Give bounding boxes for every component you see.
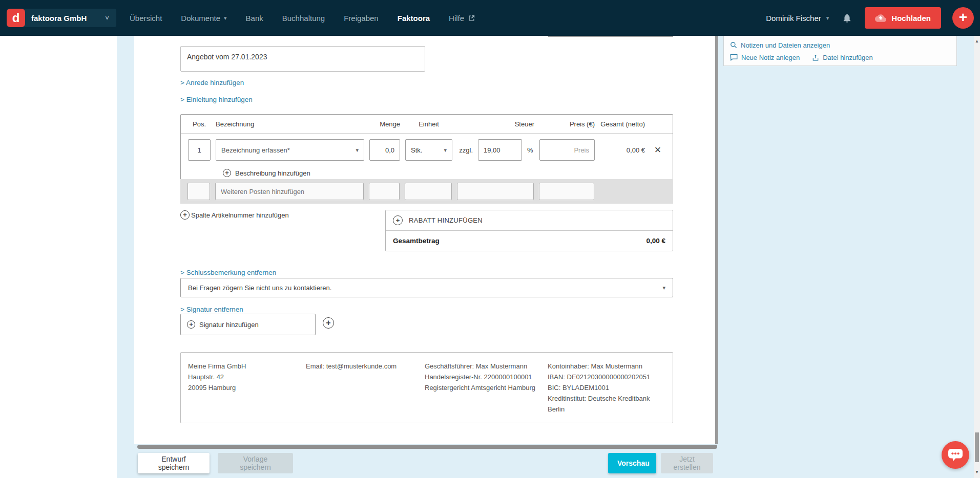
create-now-button: Jetzt erstellen [661,453,713,473]
notes-panel: Notizen und Dateien anzeigen Neue Notiz … [723,36,957,66]
faktoora-logo: d [7,9,25,27]
new-note-link[interactable]: Neue Notiz anlegen [730,54,800,61]
item-name-select[interactable]: Bezeichnung erfassen* ▾ [216,139,364,161]
plus-circle-icon: + [187,320,195,329]
nav-item-faktoora[interactable]: Faktoora [398,14,430,23]
grand-total-label: Gesamtbetrag [393,237,440,245]
document-horizontal-scrollbar[interactable] [137,445,717,449]
scroll-down-icon[interactable]: ▼ [974,469,980,476]
nav-item-bank[interactable]: Bank [246,14,263,23]
add-file-label: Datei hinzufügen [823,54,873,61]
document-title-input[interactable]: Angebot vom 27.01.2023 [180,46,425,72]
window-scrollbar[interactable]: ▲ ▼ [974,36,980,478]
nav-item-uebersicht[interactable]: Übersicht [130,14,162,23]
document-footer: Meine Firma GmbH Hauptstr. 42 20095 Hamb… [180,352,673,423]
remove-row-icon[interactable]: × [650,144,665,156]
add-signature-block-button[interactable]: + [323,317,334,329]
add-signature-button[interactable]: + Signatur hinzufügen [180,314,316,335]
nav-item-label: Dokumente [181,14,220,23]
unit-select[interactable]: Stk. ▾ [405,139,452,161]
app-screen: d faktoora GmbH ˅ Übersicht Dokumente ▾ … [0,0,980,478]
position-input[interactable] [188,139,211,161]
price-input[interactable] [539,139,595,161]
tax-prefix-label: zzgl. [457,146,473,154]
add-article-column-label: Spalte Artikelnummer hinzufügen [191,211,289,219]
company-selector[interactable]: d faktoora GmbH ˅ [7,9,116,27]
header-total: Gesamt (netto) [600,120,645,128]
nav-item-hilfe[interactable]: Hilfe [449,14,475,23]
chevron-down-icon: ▾ [356,147,359,154]
header-unit: Einheit [405,120,452,128]
add-article-column-link[interactable]: + Spalte Artikelnummer hinzufügen [180,210,289,220]
header-pos: Pos. [188,120,211,128]
grand-total-value: 0,00 € [646,237,665,245]
chevron-down-icon: ▾ [826,15,829,21]
header-tax: Steuer [457,120,534,128]
footer-legal-column: Geschäftsführer: Max Mustermann Handelsr… [425,361,548,415]
preview-button[interactable]: Vorschau [608,453,656,473]
tax-input[interactable] [478,139,522,161]
closing-remark-select[interactable]: Bei Fragen zögern Sie nicht uns zu konta… [180,278,673,297]
plus-circle-icon: + [393,215,403,225]
add-discount-button[interactable]: + RABATT HINZUFÜGEN [386,210,673,231]
footer-company-column: Meine Firma GmbH Hauptstr. 42 20095 Hamb… [188,361,306,415]
add-new-button[interactable]: + [952,7,974,29]
add-signature-label: Signatur hinzufügen [199,321,259,329]
row-total-value: 0,00 € [600,146,645,154]
company-name: faktoora GmbH [30,14,87,23]
chevron-down-icon: ▾ [444,147,447,154]
grand-total-row: Gesamtbetrag 0,00 € [386,231,673,251]
add-description-label: Beschreibung hinzufügen [235,169,310,177]
show-notes-link[interactable]: Notizen und Dateien anzeigen [730,41,830,49]
new-position-input[interactable] [187,183,210,200]
scrollbar-thumb[interactable] [975,432,979,462]
header-qty: Menge [369,120,400,128]
new-note-label: Neue Notiz anlegen [741,54,800,61]
cutoff-field-edge [548,36,673,37]
save-draft-button[interactable]: Entwurf speichern [138,453,210,473]
header-price: Preis (€) [539,120,595,128]
unit-value: Stk. [411,146,422,154]
notifications-bell-icon[interactable] [840,13,853,24]
left-gutter [0,36,117,478]
document-card: Angebot vom 27.01.2023 > Anrede hinzufüg… [134,36,718,444]
chevron-down-icon: ▾ [662,285,665,291]
remove-signature-link[interactable]: > Signatur entfernen [180,306,243,313]
add-intro-link[interactable]: > Einleitung hinzufügen [180,96,253,103]
new-item-input[interactable] [215,183,364,200]
save-template-button: Vorlage speichern [218,453,293,473]
upload-button[interactable]: Hochladen [865,7,941,29]
item-name-value: Bezeichnung erfassen* [221,146,290,154]
scroll-up-icon[interactable]: ▲ [974,38,980,45]
user-menu[interactable]: Dominik Fischer ▾ [766,14,829,23]
user-name: Dominik Fischer [766,14,821,23]
add-file-link[interactable]: Datei hinzufügen [812,54,873,61]
add-description-link[interactable]: + Beschreibung hinzufügen [223,169,310,177]
file-upload-icon [812,54,819,61]
chevron-down-icon: ▾ [224,15,227,21]
nav-item-label: Hilfe [449,14,464,23]
new-quantity-input[interactable] [369,183,400,200]
totals-box: + RABATT HINZUFÜGEN Gesamtbetrag 0,00 € [385,210,673,251]
chat-bubble-icon [948,448,963,462]
plus-circle-icon: + [223,169,231,177]
quantity-input[interactable] [369,139,400,161]
new-unit-input[interactable] [405,183,452,200]
top-navbar: d faktoora GmbH ˅ Übersicht Dokumente ▾ … [0,0,980,36]
add-discount-label: RABATT HINZUFÜGEN [409,216,483,224]
new-tax-input[interactable] [457,183,534,200]
nav-item-buchhaltung[interactable]: Buchhaltung [282,14,325,23]
chevron-down-icon: ˅ [105,14,109,22]
add-salutation-link[interactable]: > Anrede hinzufügen [180,79,244,86]
nav-item-dokumente[interactable]: Dokumente ▾ [181,14,226,23]
navbar-right: Dominik Fischer ▾ Hochladen + [766,7,980,29]
table-header-row: Pos. Bezeichnung Menge Einheit Steuer Pr… [181,115,673,134]
plus-circle-icon: + [180,210,190,220]
header-name: Bezeichnung [216,120,364,128]
new-price-input[interactable] [539,183,594,200]
remove-closing-link[interactable]: > Schlussbemerkung entfernen [180,269,276,276]
nav-item-freigaben[interactable]: Freigaben [344,14,379,23]
chat-support-button[interactable] [942,441,969,469]
document-vertical-scrollbar[interactable] [715,36,718,444]
add-item-row [180,179,673,204]
